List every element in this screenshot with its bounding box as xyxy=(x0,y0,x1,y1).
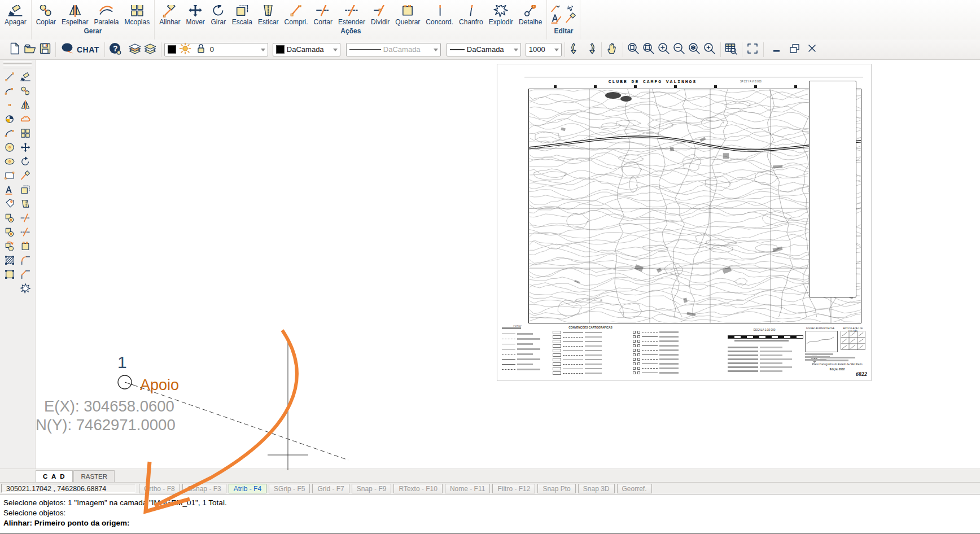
ribbon-button-dividir[interactable]: Dividir xyxy=(368,5,392,27)
erase-tool[interactable] xyxy=(18,69,33,84)
zoom-window-button[interactable] xyxy=(702,42,718,57)
draw-polyline-tool[interactable] xyxy=(2,84,17,98)
toolbar-grip[interactable] xyxy=(3,65,32,68)
copy-rotate-tool[interactable] xyxy=(2,239,17,253)
toggle-atrib-f4[interactable]: Atrib - F4 xyxy=(229,484,266,493)
scale-tool[interactable] xyxy=(18,168,33,182)
extend-tool[interactable] xyxy=(18,225,33,239)
ribbon-button-paralela[interactable]: Paralela xyxy=(91,5,121,27)
ribbon-button-chanfro[interactable]: Chanfro xyxy=(456,5,486,27)
ribbon-button-compri[interactable]: Compri. xyxy=(282,5,311,27)
chat-button[interactable]: CHAT xyxy=(59,42,102,58)
toggle-nome-f11[interactable]: Nome - F11 xyxy=(445,484,490,493)
toolbar-grip[interactable] xyxy=(3,61,32,64)
ribbon-button-copiar[interactable]: Copiar xyxy=(33,5,59,27)
draw-rectangle-tool[interactable] xyxy=(2,168,17,182)
table-search-button[interactable] xyxy=(724,42,739,57)
save-file-button[interactable] xyxy=(37,42,53,57)
layer-combo[interactable]: 0 xyxy=(164,43,268,56)
ribbon-button-escala[interactable]: Escala xyxy=(229,5,255,27)
toggle-sgrip-f5[interactable]: SGrip - F5 xyxy=(269,484,310,493)
toggle-rtexto-f10[interactable]: RTexto - F10 xyxy=(393,484,442,493)
undo-button[interactable] xyxy=(568,42,583,57)
copy-tool[interactable] xyxy=(18,84,33,98)
ribbon-button-cortar[interactable]: Cortar xyxy=(311,5,335,27)
layers-button[interactable] xyxy=(128,42,143,57)
tab-cad[interactable]: C A D xyxy=(36,470,73,483)
chamfer-tool[interactable] xyxy=(18,267,33,281)
stretch-tool[interactable] xyxy=(18,182,33,196)
ribbon-button-apagar[interactable]: Apagar xyxy=(2,5,29,27)
draw-line-tool[interactable] xyxy=(2,69,17,84)
tag-tool[interactable] xyxy=(2,196,17,211)
ribbon-button-quebrar[interactable]: Quebrar xyxy=(392,5,423,27)
toggle-ortho-f8[interactable]: Ortho - F8 xyxy=(139,484,180,493)
redo-button[interactable] xyxy=(583,42,598,57)
window-minimize-button[interactable] xyxy=(770,42,785,57)
toggle-snap-3d[interactable]: Snap 3D xyxy=(578,484,615,493)
clip-tool[interactable] xyxy=(2,267,17,281)
window-restore-button[interactable] xyxy=(788,42,803,57)
ribbon-button-espelhar[interactable]: Espelhar xyxy=(59,5,91,27)
command-history[interactable]: Selecione objetos: 1 "Imagem" na camada … xyxy=(0,494,980,533)
draw-arc-tool[interactable] xyxy=(2,126,17,140)
ribbon-button-edit-style[interactable] xyxy=(565,12,577,27)
ribbon-button-girar[interactable]: Girar xyxy=(208,5,229,27)
chevron-down-icon[interactable] xyxy=(552,43,561,56)
hatch-tool[interactable] xyxy=(2,253,17,267)
command-prompt[interactable]: Alinhar: Primeiro ponto da origem: xyxy=(3,518,980,528)
scale-combo[interactable]: 1000 xyxy=(526,43,562,56)
draw-point-tool[interactable] xyxy=(2,98,17,112)
lineweight-combo[interactable]: DaCamada xyxy=(447,43,521,56)
lengthen-tool[interactable] xyxy=(18,196,33,211)
draw-ellipse-tool[interactable] xyxy=(2,154,17,168)
linetype-combo[interactable]: DaCamada xyxy=(346,43,441,56)
copy-attributes-2-tool[interactable] xyxy=(2,225,17,239)
copy-attributes-tool[interactable] xyxy=(2,211,17,225)
chevron-down-icon[interactable] xyxy=(331,43,340,56)
ribbon-button-mcopias[interactable]: Mcopias xyxy=(121,5,152,27)
pan-button[interactable] xyxy=(605,42,620,57)
zoom-previous-button[interactable] xyxy=(687,42,702,57)
zoom-in-button[interactable] xyxy=(657,42,672,57)
move-tool[interactable] xyxy=(18,140,33,154)
draw-circle-tool[interactable] xyxy=(2,140,17,154)
chevron-down-icon[interactable] xyxy=(431,43,440,56)
color-combo[interactable]: DaCamada xyxy=(273,43,340,56)
chevron-down-icon[interactable] xyxy=(259,43,268,56)
toggle-osnap-f3[interactable]: Osnap - F3 xyxy=(182,484,226,493)
rotate-tool[interactable] xyxy=(18,154,33,168)
toggle-grid-f7[interactable]: Grid - F7 xyxy=(312,484,349,493)
reference-point-tool[interactable] xyxy=(2,112,17,126)
layer-states-button[interactable] xyxy=(143,42,158,57)
toggle-georref-[interactable]: Georref. xyxy=(617,484,652,493)
ribbon-button-mover[interactable]: Mover xyxy=(183,5,208,27)
ribbon-button-edit-a[interactable] xyxy=(550,12,562,27)
ribbon-button-explodir[interactable]: Explodir xyxy=(486,5,516,27)
burst-tool[interactable] xyxy=(18,281,33,295)
ribbon-button-detalhe[interactable]: Detalhe xyxy=(516,5,545,27)
break-tool[interactable] xyxy=(18,239,33,253)
ribbon-button-esticar[interactable]: Esticar xyxy=(255,5,282,27)
toggle-filtro-f12[interactable]: Filtro - F12 xyxy=(492,484,535,493)
trim-tool[interactable] xyxy=(18,211,33,225)
toggle-snap-pto[interactable]: Snap Pto xyxy=(537,484,575,493)
chevron-down-icon[interactable] xyxy=(511,43,520,56)
ribbon-button-concord[interactable]: Concord. xyxy=(423,5,456,27)
window-close-button[interactable] xyxy=(805,42,820,57)
new-file-button[interactable] xyxy=(7,42,22,57)
zoom-object-button[interactable] xyxy=(626,42,641,57)
revision-cloud-tool[interactable] xyxy=(18,112,33,126)
raster-map-image[interactable]: CLUBE DE CAMPO VALINHOS SF 23 Y A VI 3 0… xyxy=(497,64,872,381)
fillet-tool[interactable] xyxy=(18,253,33,267)
tab-raster[interactable]: RASTER xyxy=(73,470,115,483)
zoom-out-button[interactable] xyxy=(672,42,687,57)
mirror-tool[interactable] xyxy=(18,98,33,112)
zoom-extents-button[interactable] xyxy=(641,42,657,57)
ribbon-button-alinhar[interactable]: Alinhar xyxy=(156,5,183,27)
drawing-canvas[interactable]: CLUBE DE CAMPO VALINHOS SF 23 Y A VI 3 0… xyxy=(35,59,980,469)
text-tool[interactable] xyxy=(2,182,17,196)
ribbon-button-estender[interactable]: Estender xyxy=(335,5,368,27)
open-file-button[interactable] xyxy=(22,42,37,57)
help-button[interactable]: ? xyxy=(108,42,123,57)
